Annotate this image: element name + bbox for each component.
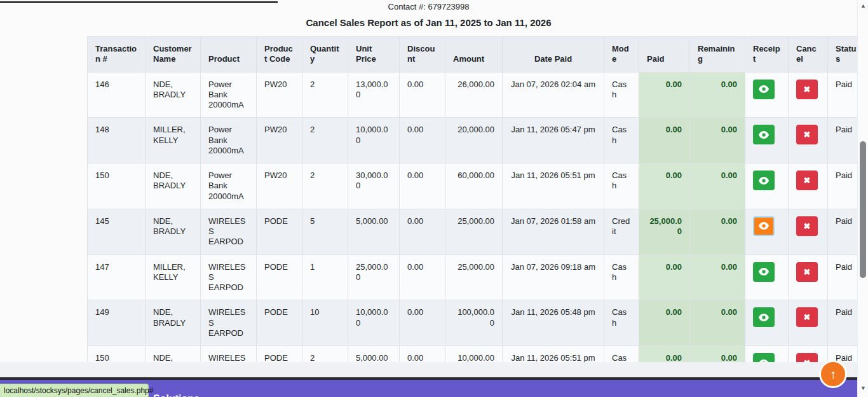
cell-mode: Cash (604, 300, 639, 346)
cell-cancel: ✖ (789, 254, 828, 300)
vertical-scrollbar[interactable]: ▲ ▼ (857, 0, 868, 397)
browser-link-preview: localhost/stocksys/pages/cancel_sales.ph… (0, 384, 149, 397)
cell-status: Paid (828, 72, 858, 118)
view-receipt-button[interactable] (753, 216, 775, 236)
cell-qty: 10 (302, 300, 348, 346)
cell-cancel: ✖ (789, 72, 828, 118)
cancel-sale-button[interactable]: ✖ (796, 171, 818, 190)
cell-customer: NDE, BRADLY (146, 209, 201, 254)
cell-mode: Credit (604, 209, 639, 254)
cell-date_paid: Jan 07, 2026 01:58 am (503, 209, 604, 254)
column-header-mode: Mode (604, 37, 639, 73)
cell-qty: 2 (302, 72, 348, 118)
cell-mode: Cash (604, 72, 639, 118)
cell-paid: 0.00 (639, 254, 690, 300)
view-receipt-button[interactable] (753, 307, 775, 327)
cell-date_paid: Jan 11, 2026 05:47 pm (503, 118, 604, 164)
page-title: Cancel Sales Report as of Jan 11, 2025 t… (0, 17, 857, 28)
x-icon: ✖ (804, 85, 811, 94)
table-row: 146NDE, BRADLYPower Bank 20000mAPW20213,… (88, 72, 858, 118)
x-icon: ✖ (804, 221, 811, 231)
x-icon: ✖ (804, 176, 811, 185)
table-row: 147MILLER, KELLYWIRELESS EARPODPODE125,0… (88, 254, 858, 300)
cell-remaining: 0.00 (690, 164, 745, 209)
cell-date_paid: Jan 11, 2026 05:51 pm (503, 164, 604, 209)
cell-customer: MILLER, KELLY (146, 254, 201, 300)
cell-remaining: 0.00 (690, 118, 745, 164)
column-header-receipt: Receipt (745, 37, 789, 73)
cell-amount: 25,000.00 (445, 254, 503, 300)
column-header-remaining: Remaining (690, 37, 745, 73)
up-arrow-icon: ↑ (830, 367, 836, 382)
cell-paid: 0.00 (639, 300, 690, 346)
cell-discount: 0.00 (400, 254, 445, 300)
cell-status: Paid (828, 164, 858, 209)
content-bottom-strip (0, 362, 857, 377)
cell-transaction: 145 (88, 209, 146, 254)
cell-customer: NDE, BRADLY (146, 300, 201, 346)
cancel-sale-button[interactable]: ✖ (796, 125, 818, 144)
cell-unit_price: 25,000.00 (348, 254, 400, 300)
table-row: 150NDE, BRADLYPower Bank 20000mAPW20230,… (88, 164, 858, 209)
view-receipt-button[interactable] (753, 125, 775, 144)
cell-unit_price: 10,000.00 (348, 118, 400, 164)
cell-paid: 25,000.00 (639, 209, 690, 254)
cell-paid: 0.00 (639, 72, 690, 118)
cell-product: Power Bank 20000mA (201, 72, 257, 118)
cell-discount: 0.00 (400, 118, 445, 164)
cell-mode: Cash (604, 118, 639, 164)
scrollbar-up-arrow-icon[interactable]: ▲ (858, 1, 868, 10)
cell-unit_price: 30,000.00 (348, 164, 400, 209)
cell-status: Paid (828, 209, 858, 254)
view-receipt-button[interactable] (753, 80, 775, 99)
column-header-discount: Discount (400, 37, 445, 73)
cell-receipt (745, 254, 789, 300)
scrollbar-down-arrow-icon[interactable]: ▼ (858, 384, 868, 393)
cell-amount: 25,000.00 (445, 209, 503, 254)
cell-paid: 0.00 (639, 164, 690, 209)
scrollbar-thumb[interactable] (860, 141, 866, 278)
column-header-qty: Quantity (302, 37, 348, 73)
column-header-cancel: Cancel (789, 37, 828, 73)
column-header-date_paid: Date Paid (503, 37, 604, 73)
cell-unit_price: 10,000.00 (348, 300, 400, 346)
cell-code: PW20 (257, 164, 302, 209)
sales-report-table-container: Transaction #Customer NameProductProduct… (87, 36, 857, 392)
eye-icon (759, 131, 769, 139)
cell-amount: 26,000.00 (445, 72, 503, 118)
column-header-amount: Amount (445, 37, 503, 73)
scroll-to-top-button[interactable]: ↑ (819, 360, 847, 388)
x-icon: ✖ (804, 267, 811, 277)
table-header-row: Transaction #Customer NameProductProduct… (88, 37, 858, 73)
column-header-customer: Customer Name (146, 37, 201, 73)
cell-receipt (745, 209, 789, 254)
column-header-unit_price: Unit Price (348, 37, 400, 73)
cell-date_paid: Jan 07, 2026 02:04 am (503, 72, 604, 118)
x-icon: ✖ (804, 312, 811, 322)
cell-status: Paid (828, 118, 858, 164)
cell-cancel: ✖ (789, 300, 828, 346)
view-receipt-button[interactable] (753, 262, 775, 282)
cell-code: PODE (257, 254, 302, 300)
cell-amount: 20,000.00 (445, 118, 503, 164)
contact-number-line: Contact #: 679723998 (0, 2, 857, 11)
cell-unit_price: 13,000.00 (348, 72, 400, 118)
cell-code: PW20 (257, 118, 302, 164)
cell-status: Paid (828, 254, 858, 300)
x-icon: ✖ (804, 130, 811, 139)
cell-remaining: 0.00 (690, 300, 745, 346)
cell-qty: 1 (302, 254, 348, 300)
cell-discount: 0.00 (400, 209, 445, 254)
cell-status: Paid (828, 300, 858, 346)
cell-product: WIRELESS EARPOD (201, 209, 257, 254)
table-row: 145NDE, BRADLYWIRELESS EARPODPODE55,000.… (88, 209, 858, 254)
cancel-sale-button[interactable]: ✖ (796, 80, 818, 99)
cancel-sale-button[interactable]: ✖ (796, 307, 818, 327)
cell-transaction: 148 (88, 118, 146, 164)
cell-cancel: ✖ (789, 209, 828, 254)
cell-transaction: 150 (88, 164, 146, 209)
view-receipt-button[interactable] (753, 171, 775, 190)
cancel-sale-button[interactable]: ✖ (796, 216, 818, 236)
cancel-sale-button[interactable]: ✖ (796, 262, 818, 282)
cell-qty: 2 (302, 118, 348, 164)
